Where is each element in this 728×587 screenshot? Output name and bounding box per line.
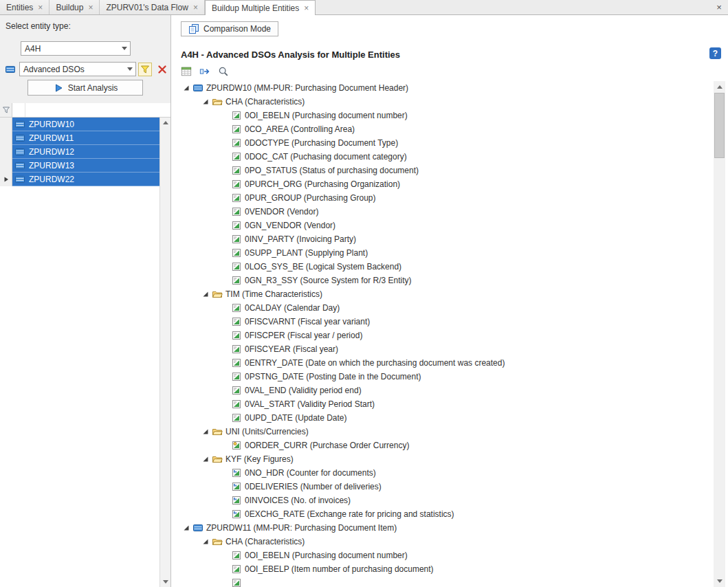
scroll-up-icon[interactable]	[160, 118, 170, 128]
characteristic-icon	[231, 165, 242, 176]
characteristic-icon	[231, 261, 242, 272]
tree-node[interactable]: 0VAL_END (Validity period end)	[172, 384, 713, 397]
entity-list-item[interactable]: ZPURDW10	[0, 118, 159, 131]
table-export-button[interactable]	[179, 65, 193, 78]
expand-arrow-icon[interactable]	[181, 522, 192, 533]
tree-node[interactable]: CHA (Characteristics)	[172, 95, 713, 109]
tree-node[interactable]: 0GN_R3_SSY (Source System for R/3 Entity…	[172, 274, 713, 287]
tree-node[interactable]: 0OI_EBELN (Purchasing document number)	[172, 549, 713, 562]
tree-node-label: 0ENTRY_DATE (Date on which the purchasin…	[245, 358, 505, 368]
tree-node[interactable]: 0CO_AREA (Controlling Area)	[172, 122, 713, 136]
tab-close-icon[interactable]: ×	[38, 3, 43, 12]
tree-node[interactable]: 0GN_VENDOR (Vendor)	[172, 219, 713, 232]
tree-node[interactable]: 0PUR_GROUP (Purchasing Group)	[172, 191, 713, 205]
tree-node[interactable]: 0NO_HDR (Counter for documents)	[172, 466, 713, 480]
entity-cell[interactable]: ZPURDW22	[12, 173, 159, 186]
expand-arrow-icon[interactable]	[181, 82, 192, 93]
filter-button[interactable]	[138, 63, 152, 76]
grid-filter-cell[interactable]	[12, 103, 170, 118]
chevron-down-icon[interactable]	[124, 63, 135, 76]
expand-arrow-icon[interactable]	[200, 536, 211, 547]
tree-node[interactable]: 0DELIVERIES (Number of deliveries)	[172, 480, 713, 494]
characteristic-icon	[231, 151, 242, 162]
filter-funnel-icon[interactable]	[0, 103, 12, 118]
tab-close-icon[interactable]: ×	[304, 4, 309, 12]
entity-type-dropdown-value: Advanced DSOs	[20, 65, 124, 74]
tree-node[interactable]: 0DOCTYPE (Purchasing Document Type)	[172, 136, 713, 150]
start-analysis-button[interactable]: Start Analysis	[27, 80, 143, 96]
expand-arrow-icon[interactable]	[200, 454, 211, 465]
tree-node[interactable]: 0INV_PARTY (Invoicing Party)	[172, 232, 713, 246]
tab-entities[interactable]: Entities×	[0, 0, 49, 14]
tree-node[interactable]: ZPURDW10 (MM-PUR: Purchasing Document He…	[172, 81, 713, 95]
scroll-down-icon[interactable]	[714, 575, 725, 587]
data-flow-button[interactable]	[198, 65, 212, 78]
comparison-mode-button[interactable]: Comparison Mode	[181, 21, 278, 36]
tree-node-label: 0INV_PARTY (Invoicing Party)	[245, 234, 356, 244]
entity-cell[interactable]: ZPURDW11	[12, 131, 159, 145]
entity-list-item[interactable]: ZPURDW13	[0, 159, 159, 173]
system-dropdown[interactable]: A4H	[21, 41, 131, 56]
zoom-button[interactable]	[217, 65, 230, 78]
tree-node[interactable]: 0EXCHG_RATE (Exchange rate for pricing a…	[172, 507, 713, 521]
tree-node[interactable]: 0INVOICES (No. of invoices)	[172, 494, 713, 507]
left-panel: Select entity type: A4H Advanced DSOs St…	[0, 15, 171, 587]
chevron-down-icon[interactable]	[119, 42, 130, 55]
scrollbar-thumb[interactable]	[714, 93, 725, 158]
tree-node[interactable]: 0DOC_CAT (Puchasing document category)	[172, 150, 713, 164]
unit-icon	[231, 440, 242, 451]
tree-node[interactable]: 0OI_EBELP (Item number of purchasing doc…	[172, 562, 713, 576]
tree-node[interactable]: 0FISCYEAR (Fiscal year)	[172, 342, 713, 356]
tree-node[interactable]: ZPURDW11 (MM-PUR: Purchasing Document It…	[172, 521, 713, 535]
entity-cell[interactable]: ZPURDW13	[12, 159, 159, 173]
keyfigure-icon	[231, 467, 242, 478]
tree-node[interactable]: 0SUPP_PLANT (Supplying Plant)	[172, 246, 713, 260]
scroll-down-icon[interactable]	[160, 577, 170, 587]
tree-node[interactable]: 0PSTNG_DATE (Posting Date in the Documen…	[172, 370, 713, 384]
tree-node[interactable]: 0OI_EBELN (Purchasing document number)	[172, 109, 713, 122]
expand-arrow-icon[interactable]	[200, 96, 211, 107]
tree-node[interactable]: 0FISCPER (Fiscal year / period)	[172, 329, 713, 342]
tree-node[interactable]: 0UPD_DATE (Update Date)	[172, 411, 713, 425]
entity-cell[interactable]: ZPURDW12	[12, 145, 159, 159]
tree-node-label: 0EXCHG_RATE (Exchange rate for pricing a…	[245, 509, 454, 519]
entity-list-item[interactable]: ZPURDW22	[0, 173, 159, 186]
entity-list-item[interactable]: ZPURDW11	[0, 131, 159, 145]
tree-node[interactable]: 0PO_STATUS (Status of purchasing documen…	[172, 164, 713, 177]
tab-close-icon[interactable]: ×	[193, 3, 198, 12]
tree-scrollbar[interactable]	[714, 81, 725, 587]
tab-bar-close-button[interactable]: ×	[712, 0, 726, 14]
expand-arrow-icon[interactable]	[200, 426, 211, 437]
comparison-mode-label: Comparison Mode	[203, 24, 271, 34]
row-indicator	[0, 159, 12, 173]
tree-node[interactable]: 0FISCVARNT (Fiscal year variant)	[172, 315, 713, 329]
tree-node[interactable]: TIM (Time Characteristics)	[172, 287, 713, 301]
clear-filter-button[interactable]	[155, 63, 169, 76]
time-characteristic-icon	[231, 316, 242, 327]
tree-node[interactable]: 0ORDER_CURR (Purchase Order Currency)	[172, 439, 713, 452]
grid-filter-row[interactable]	[0, 103, 170, 118]
tree-node[interactable]: 0VAL_START (Validity Period Start)	[172, 397, 713, 411]
help-icon[interactable]: ?	[709, 47, 721, 59]
tree-node[interactable]: 0CALDAY (Calendar Day)	[172, 301, 713, 315]
entity-cell[interactable]: ZPURDW10	[12, 118, 159, 131]
tree-node[interactable]	[172, 576, 713, 587]
tree-node[interactable]: 0PURCH_ORG (Purchasing Organization)	[172, 177, 713, 191]
tab-close-icon[interactable]: ×	[88, 3, 93, 12]
scroll-up-icon[interactable]	[714, 81, 725, 93]
entity-list-scrollbar[interactable]	[159, 118, 170, 587]
tab-zpurv01-s-data-flow[interactable]: ZPURV01's Data Flow×	[100, 0, 204, 14]
tree-node-label: 0SUPP_PLANT (Supplying Plant)	[245, 248, 368, 258]
tree-node[interactable]: UNI (Units/Currencies)	[172, 425, 713, 439]
tab-buildup[interactable]: Buildup×	[49, 0, 100, 14]
tree-node-label: 0FISCYEAR (Fiscal year)	[245, 344, 338, 354]
expand-arrow-icon[interactable]	[200, 289, 211, 300]
tree-node[interactable]: CHA (Characteristics)	[172, 535, 713, 549]
tree-node[interactable]: 0VENDOR (Vendor)	[172, 205, 713, 219]
tree-node[interactable]: 0LOG_SYS_BE (Logical System Backend)	[172, 260, 713, 274]
entity-list-item[interactable]: ZPURDW12	[0, 145, 159, 159]
tab-buildup-multiple-entities[interactable]: Buildup Multiple Entities×	[205, 0, 316, 15]
tree-node[interactable]: 0ENTRY_DATE (Date on which the purchasin…	[172, 356, 713, 370]
entity-type-dropdown[interactable]: Advanced DSOs	[19, 62, 136, 76]
tree-node[interactable]: KYF (Key Figures)	[172, 452, 713, 466]
